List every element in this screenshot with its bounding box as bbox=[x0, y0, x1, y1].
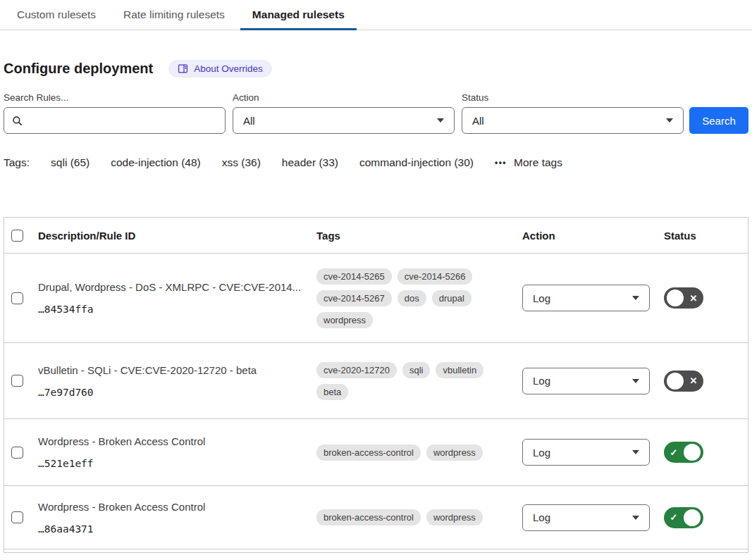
about-overrides-link[interactable]: About Overrides bbox=[168, 60, 272, 77]
rule-description: Wordpress - Broken Access Control bbox=[38, 435, 306, 447]
tab-rate-limiting-rulesets[interactable]: Rate limiting rulesets bbox=[111, 0, 237, 30]
column-header-description: Description/Rule ID bbox=[38, 230, 316, 242]
tag-pill: cve-2020-12720 bbox=[316, 362, 397, 378]
rule-tags: cve-2014-5265cve-2014-5266cve-2014-5267d… bbox=[316, 268, 487, 328]
rule-description: vBulletin - SQLi - CVE:CVE-2020-12720 - … bbox=[38, 364, 306, 376]
tag-pill: beta bbox=[316, 384, 348, 400]
toggle-knob bbox=[684, 444, 701, 461]
x-icon: ✕ bbox=[686, 293, 701, 304]
tag-pill: vbulletin bbox=[436, 362, 483, 378]
tag-pill: broken-access-control bbox=[316, 509, 421, 525]
rule-action-select[interactable]: Log bbox=[522, 285, 650, 311]
chevron-down-icon bbox=[632, 296, 639, 300]
rule-id: …521e1eff bbox=[38, 458, 316, 469]
search-rules-label: Search Rules... bbox=[4, 92, 226, 103]
table-row-partial bbox=[4, 549, 748, 553]
chevron-down-icon bbox=[666, 118, 673, 123]
search-input[interactable] bbox=[29, 114, 217, 127]
toggle-knob bbox=[667, 373, 684, 390]
rule-action-select[interactable]: Log bbox=[522, 368, 650, 394]
status-filter-select[interactable]: All bbox=[462, 107, 684, 134]
tag-filter[interactable]: sqli (65) bbox=[51, 156, 90, 169]
page-title: Configure deployment bbox=[4, 61, 153, 77]
rule-id: …84534ffa bbox=[38, 304, 316, 315]
tag-pill: sqli bbox=[402, 362, 431, 378]
rule-tags: cve-2020-12720sqlivbulletinbeta bbox=[316, 362, 487, 400]
rule-id: …7e97d760 bbox=[38, 387, 316, 398]
tag-pill: broken-access-control bbox=[316, 444, 421, 461]
status-toggle[interactable]: ✓ bbox=[664, 442, 703, 463]
tab-custom-rulesets[interactable]: Custom rulesets bbox=[5, 0, 108, 30]
rule-action-value: Log bbox=[533, 447, 550, 459]
tag-pill: cve-2014-5266 bbox=[397, 268, 473, 285]
tag-pill: wordpress bbox=[426, 444, 483, 461]
row-checkbox[interactable] bbox=[11, 375, 23, 387]
rule-action-select[interactable]: Log bbox=[522, 439, 650, 466]
table-row: Wordpress - Broken Access Control …521e1… bbox=[4, 418, 748, 485]
rule-id: …86aa4371 bbox=[38, 523, 316, 535]
tag-pill: dos bbox=[397, 290, 426, 306]
rules-table: Description/Rule ID Tags Action Status D… bbox=[4, 217, 748, 553]
chevron-down-icon bbox=[437, 118, 444, 123]
action-filter-label: Action bbox=[233, 92, 455, 103]
table-header-row: Description/Rule ID Tags Action Status bbox=[4, 218, 748, 253]
row-checkbox[interactable] bbox=[11, 292, 23, 304]
about-overrides-label: About Overrides bbox=[194, 63, 263, 74]
rule-action-value: Log bbox=[533, 511, 550, 523]
tag-filter[interactable]: code-injection (48) bbox=[111, 156, 201, 169]
column-header-action: Action bbox=[522, 230, 664, 242]
rule-action-value: Log bbox=[533, 292, 550, 304]
tag-filter[interactable]: header (33) bbox=[282, 156, 338, 169]
column-header-status: Status bbox=[664, 230, 748, 242]
tab-bar: Custom rulesetsRate limiting rulesetsMan… bbox=[0, 0, 752, 30]
status-filter-label: Status bbox=[462, 92, 684, 103]
status-toggle[interactable]: ✓ bbox=[664, 507, 703, 528]
search-button[interactable]: Search bbox=[689, 107, 748, 134]
row-checkbox[interactable] bbox=[11, 447, 23, 459]
chevron-down-icon bbox=[632, 450, 639, 454]
rule-action-value: Log bbox=[533, 375, 550, 387]
tab-managed-rulesets[interactable]: Managed rulesets bbox=[240, 0, 357, 30]
toggle-knob bbox=[667, 290, 684, 306]
tag-pill: cve-2014-5265 bbox=[316, 268, 392, 285]
rule-action-select[interactable]: Log bbox=[522, 504, 650, 531]
main-content: Configure deployment About Overrides Sea… bbox=[0, 60, 752, 553]
tag-pill: wordpress bbox=[316, 312, 373, 328]
rule-tags: broken-access-controlwordpress bbox=[316, 444, 487, 461]
status-toggle[interactable]: ✕ bbox=[664, 371, 703, 392]
heading-row: Configure deployment About Overrides bbox=[4, 60, 748, 77]
action-filter-value: All bbox=[243, 115, 255, 127]
tag-pill: wordpress bbox=[426, 509, 483, 525]
more-tags-label: More tags bbox=[514, 156, 562, 169]
status-filter-value: All bbox=[472, 115, 484, 127]
check-icon: ✓ bbox=[667, 447, 681, 458]
rule-description: Wordpress - Broken Access Control bbox=[38, 501, 306, 513]
tags-bar-label: Tags: bbox=[4, 156, 30, 169]
x-icon: ✕ bbox=[686, 375, 701, 386]
check-icon: ✓ bbox=[667, 512, 681, 523]
action-filter-select[interactable]: All bbox=[233, 107, 455, 134]
table-body: Drupal, Wordpress - DoS - XMLRPC - CVE:C… bbox=[4, 253, 748, 549]
tag-filter[interactable]: command-injection (30) bbox=[359, 156, 474, 169]
table-row: vBulletin - SQLi - CVE:CVE-2020-12720 - … bbox=[4, 342, 748, 418]
ellipsis-icon: ••• bbox=[495, 158, 507, 168]
rule-tags: broken-access-controlwordpress bbox=[316, 509, 487, 525]
chevron-down-icon bbox=[632, 516, 639, 520]
tags-bar: Tags: sqli (65)code-injection (48)xss (3… bbox=[4, 156, 748, 169]
chevron-down-icon bbox=[632, 379, 639, 383]
row-checkbox[interactable] bbox=[11, 511, 23, 523]
more-tags-button[interactable]: ••• More tags bbox=[495, 156, 562, 169]
status-toggle[interactable]: ✕ bbox=[664, 287, 703, 309]
rule-description: Drupal, Wordpress - DoS - XMLRPC - CVE:C… bbox=[38, 281, 306, 293]
toggle-knob bbox=[684, 509, 701, 526]
search-icon bbox=[12, 116, 23, 126]
tag-filters-container: sqli (65)code-injection (48)xss (36)head… bbox=[51, 156, 474, 169]
table-row: Drupal, Wordpress - DoS - XMLRPC - CVE:C… bbox=[4, 253, 748, 342]
select-all-checkbox[interactable] bbox=[11, 230, 23, 242]
column-header-tags: Tags bbox=[316, 230, 522, 242]
tag-filter[interactable]: xss (36) bbox=[222, 156, 261, 169]
tag-pill: drupal bbox=[432, 290, 471, 306]
search-input-wrapper bbox=[4, 107, 226, 134]
table-row: Wordpress - Broken Access Control …86aa4… bbox=[4, 485, 748, 549]
tag-pill: cve-2014-5267 bbox=[316, 290, 392, 306]
